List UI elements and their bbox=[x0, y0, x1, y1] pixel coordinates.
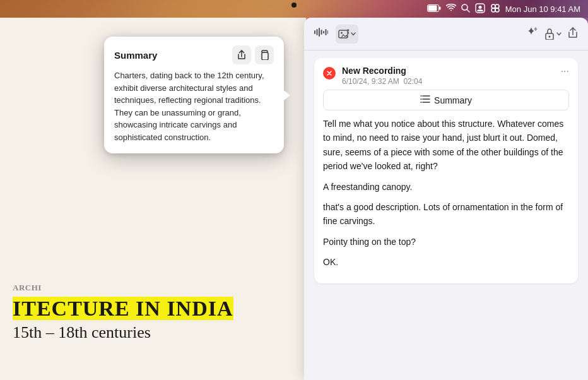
svg-point-9 bbox=[491, 8, 495, 12]
summary-popup-title: Summary bbox=[114, 50, 157, 61]
menu-bar-right: Mon Jun 10 9:41 AM bbox=[427, 3, 580, 15]
user-account-icon[interactable] bbox=[475, 3, 485, 15]
svg-point-10 bbox=[495, 8, 499, 12]
battery-icon bbox=[427, 4, 441, 14]
svg-rect-12 bbox=[314, 30, 315, 34]
svg-rect-15 bbox=[321, 30, 322, 35]
notebook-subtitle-prefix: ARCHI bbox=[13, 283, 293, 293]
svg-point-8 bbox=[495, 4, 499, 8]
photo-toolbar-button[interactable] bbox=[336, 25, 358, 44]
svg-rect-18 bbox=[327, 30, 328, 34]
toolbar-right bbox=[524, 26, 578, 42]
recording-header: New Recording 6/10/24, 9:32 AM 02:04 ··· bbox=[323, 66, 569, 86]
recording-entry: New Recording 6/10/24, 9:32 AM 02:04 ··· bbox=[314, 58, 578, 283]
sparkle-svg bbox=[524, 26, 538, 39]
lock-chevron-icon bbox=[556, 32, 562, 37]
svg-rect-11 bbox=[262, 52, 268, 60]
share-toolbar-svg bbox=[568, 27, 578, 39]
notebook-title-line1: ITECTURE IN INDIA bbox=[13, 297, 293, 321]
summary-button[interactable]: Summary bbox=[323, 90, 569, 110]
transcript-p2: A freestanding canopy. bbox=[323, 180, 569, 194]
lock-svg bbox=[544, 28, 555, 40]
sparkle-icon[interactable] bbox=[524, 26, 538, 42]
svg-rect-19 bbox=[339, 30, 348, 38]
svg-point-22 bbox=[549, 35, 551, 37]
recording-info: New Recording 6/10/24, 9:32 AM 02:04 bbox=[342, 66, 422, 86]
control-center-icon[interactable] bbox=[490, 3, 500, 15]
transcript-p3: that's a good description. Lots of ornam… bbox=[323, 200, 569, 229]
svg-rect-1 bbox=[428, 5, 437, 11]
recording-meta: 6/10/24, 9:32 AM 02:04 bbox=[342, 77, 422, 86]
desktop-content: ARCHI ITECTURE IN INDIA 15th – 18th cent… bbox=[0, 18, 588, 380]
share-icon bbox=[237, 50, 246, 60]
summary-popup-header: Summary bbox=[114, 45, 274, 64]
recording-more-button[interactable]: ··· bbox=[561, 66, 569, 77]
svg-rect-2 bbox=[439, 6, 441, 9]
svg-point-6 bbox=[478, 6, 481, 9]
toolbar-left bbox=[314, 25, 358, 44]
transcript-p1: Tell me what you notice about this struc… bbox=[323, 117, 569, 174]
summary-popup-actions bbox=[232, 45, 274, 64]
notebook-handwriting: ARCHI ITECTURE IN INDIA 15th – 18th cent… bbox=[13, 283, 293, 342]
wifi-icon bbox=[446, 4, 456, 14]
summary-popup: Summary bbox=[104, 37, 284, 153]
svg-rect-14 bbox=[319, 28, 320, 37]
transcript-p4: Pointy thing on the top? bbox=[323, 235, 569, 249]
waveform-icon bbox=[314, 27, 328, 40]
recordings-toolbar bbox=[304, 18, 588, 50]
waveform-svg bbox=[314, 27, 328, 37]
transcript-p5: OK. bbox=[323, 255, 569, 269]
svg-point-20 bbox=[341, 32, 343, 33]
svg-line-4 bbox=[467, 9, 469, 12]
lock-icon[interactable] bbox=[544, 28, 562, 40]
desktop: Mon Jun 10 9:41 AM ARCHI ITECTURE IN IND… bbox=[0, 0, 588, 380]
list-svg bbox=[420, 95, 430, 104]
summary-copy-button[interactable] bbox=[255, 45, 274, 64]
recording-title: New Recording bbox=[342, 66, 422, 76]
photo-icon bbox=[338, 29, 350, 39]
summary-btn-label: Summary bbox=[434, 95, 472, 105]
summary-popup-body: Charters, dating back to the 12th centur… bbox=[114, 69, 274, 143]
summary-share-button[interactable] bbox=[232, 45, 251, 64]
share-toolbar-icon[interactable] bbox=[568, 27, 578, 41]
recordings-panel: New Recording 6/10/24, 9:32 AM 02:04 ··· bbox=[304, 18, 588, 380]
recording-close-button[interactable] bbox=[323, 67, 336, 80]
search-icon[interactable] bbox=[461, 4, 470, 15]
svg-rect-13 bbox=[317, 29, 318, 35]
notebook-title-line2: 15th – 18th centuries bbox=[13, 323, 293, 342]
svg-rect-16 bbox=[323, 31, 324, 33]
transcript-text: Tell me what you notice about this struc… bbox=[323, 117, 569, 270]
close-icon bbox=[327, 71, 332, 76]
copy-icon bbox=[260, 50, 269, 60]
svg-point-7 bbox=[491, 4, 495, 8]
recording-left: New Recording 6/10/24, 9:32 AM 02:04 bbox=[323, 66, 422, 86]
list-icon bbox=[420, 95, 430, 105]
svg-rect-17 bbox=[326, 29, 327, 35]
chevron-down-icon bbox=[351, 32, 356, 37]
menu-bar-time: Mon Jun 10 9:41 AM bbox=[505, 4, 580, 14]
camera-dot bbox=[291, 3, 297, 8]
recordings-content: New Recording 6/10/24, 9:32 AM 02:04 ··· bbox=[304, 50, 588, 296]
